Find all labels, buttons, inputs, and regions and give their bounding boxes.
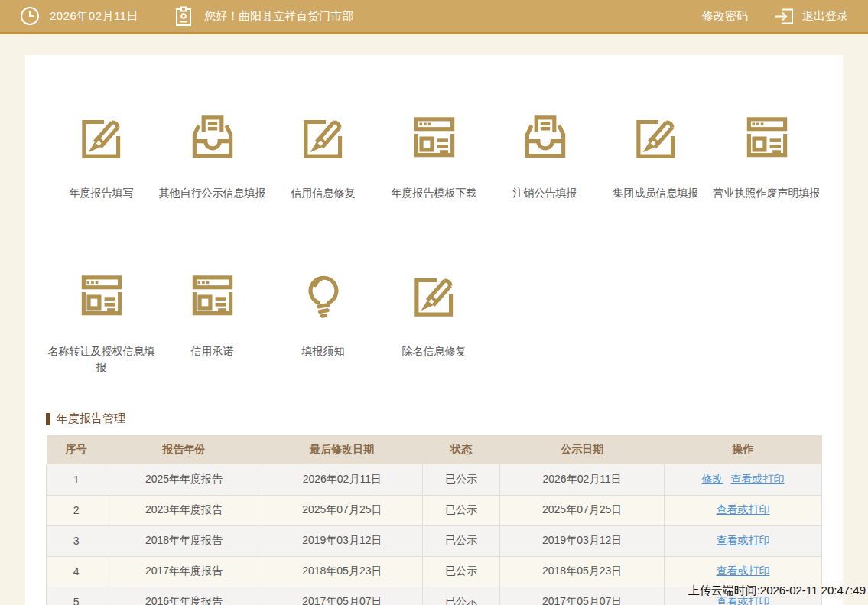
browser-icon (406, 155, 463, 168)
status-badge: 已公示 (422, 587, 499, 605)
cell-actions: 查看或打印 (665, 525, 822, 556)
menu-item-label: 除名信息修复 (379, 343, 489, 360)
menu-item-credit-repair[interactable]: 信用信息修复 (268, 109, 379, 202)
view-print-link[interactable]: 查看或打印 (717, 503, 770, 516)
menu-item-label: 集团成员信息填报 (600, 185, 711, 202)
col-header-published: 公示日期 (500, 435, 665, 464)
table-header-row: 序号 报告年份 最后修改日期 状态 公示日期 操作 (47, 435, 822, 464)
cell-modified: 2018年05月23日 (262, 556, 422, 587)
feature-menu: 年度报告填写 其他自行公示信息填报 信用信息修复 年度报告模板下载 注销公告填报… (46, 109, 822, 376)
cell-year: 2025年年度报告 (106, 464, 262, 495)
browser-icon (73, 313, 130, 326)
edit-icon (406, 313, 463, 326)
topbar: 2026年02月11日 您好！曲阳县立祥百货门市部 修改密码 退出登录 (0, 0, 868, 34)
table-row: 3 2018年年度报告 2019年03月12日 已公示 2019年03月12日 … (47, 525, 822, 556)
cell-seq: 5 (47, 587, 106, 605)
menu-item-label: 填报须知 (268, 343, 379, 360)
cell-modified: 2019年03月12日 (262, 525, 422, 556)
user-badge-icon (175, 6, 192, 27)
edit-icon (628, 155, 684, 168)
menu-item-label: 注销公告填报 (489, 185, 600, 202)
cell-actions: 查看或打印 (665, 556, 822, 587)
inbox-icon (517, 155, 574, 168)
cell-modified: 2025年07月25日 (262, 495, 422, 525)
menu-item-other-public-info[interactable]: 其他自行公示信息填报 (157, 109, 268, 202)
menu-item-annual-report-write[interactable]: 年度报告填写 (46, 109, 157, 202)
menu-item-label: 营业执照作废声明填报 (711, 185, 822, 202)
cell-seq: 2 (47, 495, 106, 525)
col-header-year: 报告年份 (106, 435, 262, 464)
section-title: 年度报告管理 (46, 411, 822, 426)
col-header-modified: 最后修改日期 (262, 435, 422, 464)
cell-published: 2025年07月25日 (500, 495, 665, 525)
cell-modified: 2026年02月11日 (262, 464, 422, 495)
cell-year: 2016年年度报告 (106, 587, 262, 605)
menu-item-label: 信用信息修复 (268, 185, 379, 202)
logout-button[interactable]: 退出登录 (774, 7, 848, 26)
menu-item-filing-instructions[interactable]: 填报须知 (268, 267, 379, 376)
logout-icon (774, 7, 795, 26)
browser-icon (739, 155, 795, 168)
modify-link[interactable]: 修改 (702, 473, 723, 485)
current-date: 2026年02月11日 (50, 9, 138, 24)
cell-year: 2018年年度报告 (106, 525, 262, 556)
status-badge: 已公示 (422, 495, 499, 525)
logout-label: 退出登录 (802, 9, 848, 24)
cell-seq: 4 (47, 556, 106, 587)
menu-item-name-transfer-authorization[interactable]: 名称转让及授权信息填报 (46, 267, 157, 376)
menu-item-label: 信用承诺 (157, 343, 268, 360)
col-header-status: 状态 (422, 435, 499, 464)
annual-report-management-section: 年度报告管理 序号 报告年份 最后修改日期 状态 公示日期 操作 1 (46, 411, 822, 605)
menu-item-label: 名称转让及授权信息填报 (46, 343, 157, 376)
annual-report-table: 序号 报告年份 最后修改日期 状态 公示日期 操作 1 2025年年度报告 20… (46, 435, 822, 605)
menu-item-group-member-info[interactable]: 集团成员信息填报 (600, 109, 711, 202)
view-print-link[interactable]: 查看或打印 (717, 534, 770, 546)
view-print-link[interactable]: 查看或打印 (717, 564, 770, 577)
cell-actions: 修改查看或打印 (665, 464, 822, 495)
topbar-left: 2026年02月11日 您好！曲阳县立祥百货门市部 (20, 6, 353, 27)
clock-icon (20, 6, 40, 26)
col-header-actions: 操作 (665, 435, 822, 464)
col-header-seq: 序号 (47, 435, 106, 464)
cell-seq: 3 (47, 525, 106, 556)
bulb-icon (295, 313, 352, 326)
menu-item-cancellation-notice[interactable]: 注销公告填报 (489, 109, 600, 202)
cell-actions: 查看或打印 (665, 495, 822, 525)
menu-item-removal-info-repair[interactable]: 除名信息修复 (379, 267, 489, 376)
menu-item-credit-commitment[interactable]: 信用承诺 (157, 267, 268, 376)
status-badge: 已公示 (422, 556, 499, 587)
browser-icon (184, 313, 241, 326)
cell-published: 2019年03月12日 (500, 525, 665, 556)
main-card: 年度报告填写 其他自行公示信息填报 信用信息修复 年度报告模板下载 注销公告填报… (25, 55, 843, 605)
table-row: 4 2017年年度报告 2018年05月23日 已公示 2018年05月23日 … (47, 556, 822, 587)
table-row: 1 2025年年度报告 2026年02月11日 已公示 2026年02月11日 … (47, 464, 822, 495)
cell-published: 2026年02月11日 (500, 464, 665, 495)
cell-year: 2023年年度报告 (106, 495, 262, 525)
cloud-upload-timestamp: 上传云端时间:2026-02-11 20:47:49 (687, 584, 867, 598)
topbar-right: 修改密码 退出登录 (702, 7, 848, 26)
edit-icon (73, 155, 130, 168)
cell-published: 2018年05月23日 (500, 556, 665, 587)
table-row: 2 2023年年度报告 2025年07月25日 已公示 2025年07月25日 … (47, 495, 822, 525)
cell-seq: 1 (47, 464, 106, 495)
menu-item-label: 其他自行公示信息填报 (157, 185, 268, 202)
cell-modified: 2017年05月07日 (262, 587, 422, 605)
menu-item-label: 年度报告填写 (46, 185, 157, 202)
inbox-icon (184, 155, 241, 168)
menu-item-label: 年度报告模板下载 (379, 185, 489, 202)
menu-item-template-download[interactable]: 年度报告模板下载 (379, 109, 489, 202)
status-badge: 已公示 (422, 525, 499, 556)
user-greeting: 您好！曲阳县立祥百货门市部 (204, 9, 353, 24)
cell-year: 2017年年度报告 (106, 556, 262, 587)
status-badge: 已公示 (422, 464, 499, 495)
view-print-link[interactable]: 查看或打印 (731, 473, 785, 485)
title-accent-bar (46, 413, 50, 425)
change-password-link[interactable]: 修改密码 (702, 9, 748, 24)
edit-icon (295, 155, 352, 168)
menu-item-license-void-declaration[interactable]: 营业执照作废声明填报 (711, 109, 822, 202)
section-title-text: 年度报告管理 (57, 411, 125, 426)
cell-published: 2017年05月07日 (500, 587, 665, 605)
